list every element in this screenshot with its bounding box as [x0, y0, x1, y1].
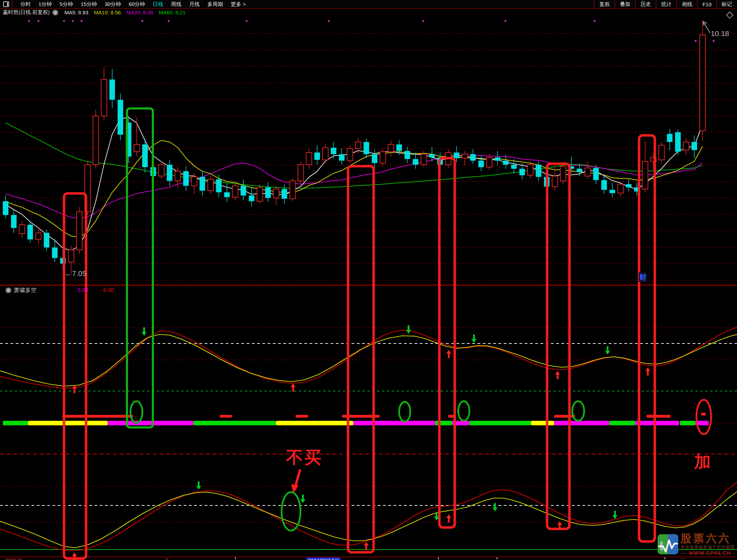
candle-body [355, 142, 361, 149]
tab-5min[interactable]: 5分钟 [56, 1, 77, 8]
buy-arrow-icon [446, 514, 451, 523]
sell-arrow-icon [196, 481, 201, 490]
candle-body [454, 153, 459, 158]
button-fuquan[interactable]: 复权 [594, 0, 615, 8]
candle-body [519, 169, 525, 175]
trend-color-bar [3, 421, 709, 425]
color-bar-segment [193, 421, 276, 425]
chevron-down-icon[interactable]: ∨ [6, 288, 11, 293]
cai-marker: 财 [639, 272, 647, 282]
candle-body [109, 79, 115, 100]
tool-menu: 复权 叠加 历史 统计 画线 F10 标记 [594, 0, 737, 8]
button-huaxian[interactable]: 画线 [676, 0, 697, 8]
axis-date-highlight[interactable]: 2024/03/17二 [306, 558, 341, 560]
candle-body [487, 157, 492, 167]
candle-body [191, 177, 197, 186]
sell-arrow-icon [492, 503, 497, 511]
candle-body [274, 189, 279, 198]
buy-arrow-icon [645, 367, 650, 376]
candle-body [372, 154, 377, 163]
button-biaoji[interactable]: 标记 [716, 0, 737, 8]
stock-title: 赢时胜(日线.前复权) [3, 9, 50, 16]
tab-daily[interactable]: 日线 [149, 1, 167, 8]
buy-arrow-icon [555, 371, 560, 379]
green-circle-annotation [572, 401, 584, 421]
red-highlight-rect [348, 166, 374, 552]
candle-body [388, 144, 394, 152]
tab-15min[interactable]: 15分钟 [77, 1, 101, 8]
sell-arrow-icon [300, 495, 305, 503]
candle-body [503, 161, 509, 165]
candle-body [347, 148, 353, 161]
tab-more[interactable]: 更多 > [227, 1, 250, 8]
candle-body [306, 153, 312, 165]
indicator-label-row: ∨ 萧啸多空 : 0.00 : 6.00 [3, 286, 114, 295]
no-buy-annotation: 不买 [286, 446, 323, 469]
candle-body [527, 165, 533, 175]
main-gridlines [0, 34, 737, 280]
color-bar-segment [554, 421, 609, 425]
sell-arrow-icon [605, 346, 610, 355]
candle-body [536, 165, 541, 177]
candle-body [158, 165, 164, 176]
indicator-name[interactable]: 萧啸多空 [14, 287, 36, 294]
candle-body [675, 132, 681, 152]
button-diejia[interactable]: 叠加 [615, 0, 635, 8]
candle-body [700, 35, 705, 131]
button-f10[interactable]: F10 [697, 0, 716, 8]
color-bar-segment [469, 421, 531, 425]
indicator-value-1: : 0.00 [74, 287, 88, 293]
tab-60min[interactable]: 60分钟 [125, 1, 149, 8]
candle-body [175, 171, 180, 181]
candle-body [44, 233, 49, 248]
add-annotation: 加 [694, 451, 711, 473]
button-tongji[interactable]: 统计 [656, 0, 676, 8]
candle-body [659, 145, 664, 160]
watermark: 股票六六 专注股票创造属于您的财富 --- WWW.GP66.CN --- [658, 533, 737, 560]
tab-multiperiod[interactable]: 多周期 [204, 1, 227, 8]
candle-body [36, 233, 41, 240]
candle-body [552, 176, 558, 186]
sell-arrow-icon [142, 327, 147, 336]
ma-lines [6, 117, 702, 250]
tab-30min[interactable]: 30分钟 [101, 1, 125, 8]
green-circle-annotation [399, 402, 410, 421]
candle-body [142, 144, 148, 167]
color-bar-segment [609, 421, 635, 425]
watermark-subtitle: 专注股票创造属于您的财富 [680, 545, 737, 549]
sell-arrow-icon [406, 325, 411, 334]
candle-body [396, 144, 402, 151]
chevron-down-icon[interactable]: ∨ [52, 10, 58, 15]
ma5-legend: MA5: 8.93 [64, 9, 88, 15]
candle-body [52, 247, 58, 258]
period-menu: 分时 1分钟 5分钟 15分钟 30分钟 60分钟 日线 周线 月线 多周期 更… [12, 1, 250, 8]
chart-canvas[interactable] [0, 0, 737, 560]
buy-arrow-icon [291, 383, 296, 392]
button-lishi[interactable]: 历史 [635, 0, 656, 8]
candle-body [224, 192, 230, 197]
color-bar-segment [531, 421, 554, 425]
candle-body [429, 154, 435, 157]
tab-monthly[interactable]: 月线 [185, 1, 204, 8]
candle-body [462, 154, 468, 158]
bottom-axis-ticks [235, 557, 665, 559]
buy-arrow-icon [446, 350, 451, 358]
candle-body [692, 142, 697, 150]
color-bar-segment [635, 421, 679, 425]
candle-body [232, 186, 238, 197]
marker-dots [28, 20, 715, 42]
candle-body [290, 181, 295, 199]
tab-weekly[interactable]: 周线 [167, 1, 185, 8]
window-button[interactable] [0, 0, 12, 8]
candle-body [257, 187, 263, 201]
candle-body [208, 179, 213, 191]
buy-arrow-icon [364, 542, 369, 550]
candle-body [593, 168, 599, 180]
tab-1min[interactable]: 1分钟 [35, 1, 56, 8]
candle-body [19, 225, 25, 234]
candle-body [626, 184, 631, 187]
candle-body [216, 179, 221, 192]
candle-body [511, 165, 517, 169]
green-circle-annotation [130, 401, 142, 423]
tab-fenshi[interactable]: 分时 [16, 1, 35, 8]
